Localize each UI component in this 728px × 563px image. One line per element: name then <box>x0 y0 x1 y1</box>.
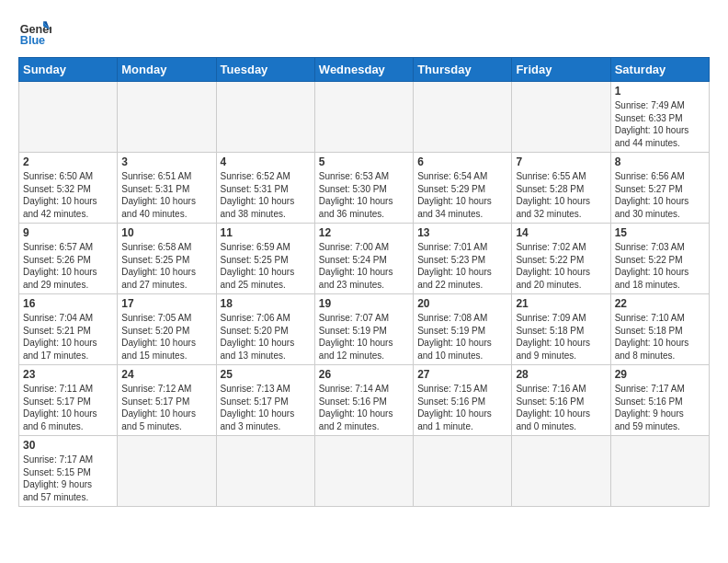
day-number: 12 <box>319 226 409 239</box>
calendar-cell: 20Sunrise: 7:08 AM Sunset: 5:19 PM Dayli… <box>414 294 512 365</box>
day-info: Sunrise: 6:55 AM Sunset: 5:28 PM Dayligh… <box>516 170 606 220</box>
day-number: 28 <box>516 368 606 381</box>
day-info: Sunrise: 7:49 AM Sunset: 6:33 PM Dayligh… <box>615 99 705 149</box>
day-number: 23 <box>23 368 113 381</box>
day-number: 22 <box>615 297 705 310</box>
day-number: 29 <box>615 368 705 381</box>
day-number: 19 <box>319 297 409 310</box>
calendar-week-3: 9Sunrise: 6:57 AM Sunset: 5:26 PM Daylig… <box>19 224 710 294</box>
day-number: 17 <box>121 297 211 310</box>
day-number: 27 <box>417 368 507 381</box>
calendar-cell <box>414 436 512 507</box>
day-info: Sunrise: 7:11 AM Sunset: 5:17 PM Dayligh… <box>23 383 113 432</box>
day-info: Sunrise: 7:04 AM Sunset: 5:21 PM Dayligh… <box>23 312 113 362</box>
calendar-cell: 22Sunrise: 7:10 AM Sunset: 5:18 PM Dayli… <box>610 294 709 365</box>
day-number: 7 <box>516 155 606 168</box>
day-info: Sunrise: 6:59 AM Sunset: 5:25 PM Dayligh… <box>221 241 311 291</box>
page: General Blue SundayMondayTuesdayWednesda… <box>0 0 728 563</box>
day-info: Sunrise: 7:12 AM Sunset: 5:17 PM Dayligh… <box>121 383 211 432</box>
day-info: Sunrise: 6:58 AM Sunset: 5:25 PM Dayligh… <box>121 241 211 291</box>
day-info: Sunrise: 6:54 AM Sunset: 5:29 PM Dayligh… <box>417 170 507 220</box>
calendar-cell: 15Sunrise: 7:03 AM Sunset: 5:22 PM Dayli… <box>610 224 709 294</box>
weekday-header-tuesday: Tuesday <box>216 58 314 82</box>
calendar-cell: 7Sunrise: 6:55 AM Sunset: 5:28 PM Daylig… <box>512 153 610 224</box>
day-info: Sunrise: 6:56 AM Sunset: 5:27 PM Dayligh… <box>615 170 705 220</box>
calendar-week-2: 2Sunrise: 6:50 AM Sunset: 5:32 PM Daylig… <box>19 153 710 224</box>
calendar-cell <box>314 436 413 507</box>
header: General Blue <box>18 15 710 48</box>
day-number: 15 <box>615 226 705 239</box>
day-number: 30 <box>23 439 113 452</box>
calendar-cell: 10Sunrise: 6:58 AM Sunset: 5:25 PM Dayli… <box>118 224 216 294</box>
calendar-cell: 5Sunrise: 6:53 AM Sunset: 5:30 PM Daylig… <box>314 153 413 224</box>
day-info: Sunrise: 7:07 AM Sunset: 5:19 PM Dayligh… <box>319 312 409 362</box>
calendar-cell: 27Sunrise: 7:15 AM Sunset: 5:16 PM Dayli… <box>414 365 512 436</box>
weekday-header-thursday: Thursday <box>414 58 512 82</box>
weekday-header-friday: Friday <box>512 58 610 82</box>
day-info: Sunrise: 6:53 AM Sunset: 5:30 PM Dayligh… <box>319 170 409 220</box>
day-number: 5 <box>319 155 409 168</box>
day-info: Sunrise: 6:50 AM Sunset: 5:32 PM Dayligh… <box>23 170 113 220</box>
calendar-cell: 2Sunrise: 6:50 AM Sunset: 5:32 PM Daylig… <box>19 153 118 224</box>
weekday-header-wednesday: Wednesday <box>314 58 413 82</box>
day-number: 25 <box>221 368 311 381</box>
calendar-cell: 29Sunrise: 7:17 AM Sunset: 5:16 PM Dayli… <box>610 365 709 436</box>
calendar-cell: 9Sunrise: 6:57 AM Sunset: 5:26 PM Daylig… <box>19 224 118 294</box>
day-info: Sunrise: 7:01 AM Sunset: 5:23 PM Dayligh… <box>417 241 507 291</box>
calendar-cell <box>314 82 413 153</box>
day-info: Sunrise: 7:05 AM Sunset: 5:20 PM Dayligh… <box>121 312 211 362</box>
day-info: Sunrise: 7:03 AM Sunset: 5:22 PM Dayligh… <box>615 241 705 291</box>
calendar-cell: 19Sunrise: 7:07 AM Sunset: 5:19 PM Dayli… <box>314 294 413 365</box>
day-number: 9 <box>23 226 113 239</box>
calendar-cell <box>414 82 512 153</box>
calendar-cell <box>216 82 314 153</box>
calendar-cell <box>512 436 610 507</box>
calendar-week-6: 30Sunrise: 7:17 AM Sunset: 5:15 PM Dayli… <box>19 436 710 507</box>
calendar-cell: 13Sunrise: 7:01 AM Sunset: 5:23 PM Dayli… <box>414 224 512 294</box>
calendar-cell <box>19 82 118 153</box>
day-info: Sunrise: 7:13 AM Sunset: 5:17 PM Dayligh… <box>221 383 311 432</box>
day-number: 8 <box>615 155 705 168</box>
day-info: Sunrise: 7:02 AM Sunset: 5:22 PM Dayligh… <box>516 241 606 291</box>
day-info: Sunrise: 7:15 AM Sunset: 5:16 PM Dayligh… <box>417 383 507 432</box>
day-number: 16 <box>23 297 113 310</box>
calendar-table: SundayMondayTuesdayWednesdayThursdayFrid… <box>18 57 710 507</box>
calendar-cell <box>512 82 610 153</box>
day-number: 20 <box>417 297 507 310</box>
day-number: 11 <box>221 226 311 239</box>
calendar-header-row: SundayMondayTuesdayWednesdayThursdayFrid… <box>19 58 710 82</box>
day-number: 10 <box>121 226 211 239</box>
calendar-week-4: 16Sunrise: 7:04 AM Sunset: 5:21 PM Dayli… <box>19 294 710 365</box>
calendar-cell: 4Sunrise: 6:52 AM Sunset: 5:31 PM Daylig… <box>216 153 314 224</box>
day-number: 24 <box>121 368 211 381</box>
calendar-cell: 6Sunrise: 6:54 AM Sunset: 5:29 PM Daylig… <box>414 153 512 224</box>
calendar-cell: 21Sunrise: 7:09 AM Sunset: 5:18 PM Dayli… <box>512 294 610 365</box>
calendar-cell: 16Sunrise: 7:04 AM Sunset: 5:21 PM Dayli… <box>19 294 118 365</box>
day-info: Sunrise: 6:51 AM Sunset: 5:31 PM Dayligh… <box>121 170 211 220</box>
day-number: 3 <box>121 155 211 168</box>
calendar-cell: 12Sunrise: 7:00 AM Sunset: 5:24 PM Dayli… <box>314 224 413 294</box>
day-info: Sunrise: 7:16 AM Sunset: 5:16 PM Dayligh… <box>516 383 606 432</box>
weekday-header-sunday: Sunday <box>19 58 118 82</box>
calendar-cell: 11Sunrise: 6:59 AM Sunset: 5:25 PM Dayli… <box>216 224 314 294</box>
calendar-week-1: 1Sunrise: 7:49 AM Sunset: 6:33 PM Daylig… <box>19 82 710 153</box>
generalblue-logo-icon: General Blue <box>18 15 51 48</box>
day-info: Sunrise: 7:08 AM Sunset: 5:19 PM Dayligh… <box>417 312 507 362</box>
day-number: 6 <box>417 155 507 168</box>
calendar-cell: 17Sunrise: 7:05 AM Sunset: 5:20 PM Dayli… <box>118 294 216 365</box>
day-info: Sunrise: 6:52 AM Sunset: 5:31 PM Dayligh… <box>221 170 311 220</box>
calendar-cell: 8Sunrise: 6:56 AM Sunset: 5:27 PM Daylig… <box>610 153 709 224</box>
calendar-cell: 14Sunrise: 7:02 AM Sunset: 5:22 PM Dayli… <box>512 224 610 294</box>
weekday-header-monday: Monday <box>118 58 216 82</box>
day-number: 13 <box>417 226 507 239</box>
calendar-cell: 18Sunrise: 7:06 AM Sunset: 5:20 PM Dayli… <box>216 294 314 365</box>
day-info: Sunrise: 7:17 AM Sunset: 5:15 PM Dayligh… <box>23 454 113 503</box>
calendar-cell <box>118 436 216 507</box>
calendar-week-5: 23Sunrise: 7:11 AM Sunset: 5:17 PM Dayli… <box>19 365 710 436</box>
day-info: Sunrise: 6:57 AM Sunset: 5:26 PM Dayligh… <box>23 241 113 291</box>
day-info: Sunrise: 7:00 AM Sunset: 5:24 PM Dayligh… <box>319 241 409 291</box>
day-info: Sunrise: 7:06 AM Sunset: 5:20 PM Dayligh… <box>221 312 311 362</box>
day-info: Sunrise: 7:10 AM Sunset: 5:18 PM Dayligh… <box>615 312 705 362</box>
calendar-cell: 30Sunrise: 7:17 AM Sunset: 5:15 PM Dayli… <box>19 436 118 507</box>
calendar-cell: 25Sunrise: 7:13 AM Sunset: 5:17 PM Dayli… <box>216 365 314 436</box>
